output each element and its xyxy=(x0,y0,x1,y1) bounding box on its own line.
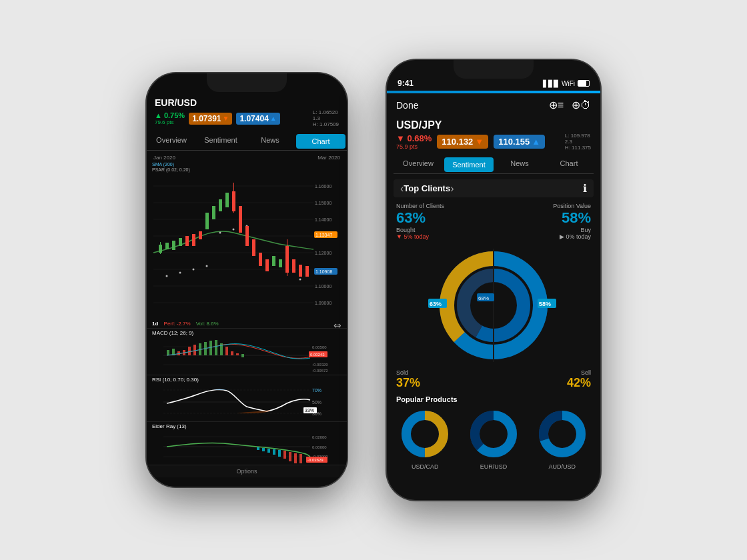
p1-macd-svg: 0.00500 0.00000 -0.00329 -0.00572 0.0024… xyxy=(152,337,341,373)
p2-add-list-icon[interactable]: ⊕≡ xyxy=(549,99,564,111)
p1-change: ▲ 0.75% xyxy=(155,111,185,119)
p1-buy-arrow: ▲ xyxy=(270,115,277,122)
p1-pair-title: EUR/USD xyxy=(155,97,339,108)
svg-rect-27 xyxy=(205,213,209,229)
svg-rect-42 xyxy=(292,259,295,273)
svg-rect-72 xyxy=(231,351,233,355)
p1-elder-area: Elder Ray (13) xyxy=(147,421,347,465)
svg-rect-95 xyxy=(273,449,275,455)
svg-point-10 xyxy=(193,269,195,271)
svg-text:0.00243: 0.00243 xyxy=(310,353,325,357)
svg-point-13 xyxy=(233,229,235,231)
p1-resize-icon[interactable]: ⇔ xyxy=(333,321,341,330)
p1-rsi-svg: 70% 50% 30% 33% xyxy=(152,383,341,420)
p2-tab-overview[interactable]: Overview xyxy=(394,156,443,173)
svg-text:0.02000: 0.02000 xyxy=(312,435,327,439)
p1-macd-chart: 0.00500 0.00000 -0.00329 -0.00572 0.0024… xyxy=(152,337,341,373)
svg-rect-36 xyxy=(259,253,262,266)
p1-date-jan: Jan 2020 xyxy=(153,155,175,161)
p2-product-eurusd[interactable]: EUR/USD xyxy=(462,407,526,470)
svg-rect-60 xyxy=(167,350,169,355)
p2-buy-label: Buy xyxy=(580,227,591,233)
p1-options-bar[interactable]: Options xyxy=(147,465,347,477)
p2-wifi-icon: WiFi xyxy=(562,80,575,87)
svg-point-18 xyxy=(299,279,301,281)
p1-tab-news[interactable]: News xyxy=(245,133,295,150)
p2-tab-news[interactable]: News xyxy=(495,156,544,173)
p1-sma-label: SMA (200) xyxy=(152,162,341,167)
p1-psar-label: PSAR (0.02; 0.20) xyxy=(152,167,341,172)
svg-rect-21 xyxy=(165,243,169,249)
p2-high: H: 111.375 xyxy=(565,145,591,151)
svg-text:1.10000: 1.10000 xyxy=(315,284,331,289)
svg-text:50%: 50% xyxy=(312,400,321,405)
svg-text:-0.03629: -0.03629 xyxy=(307,458,323,462)
svg-rect-29 xyxy=(219,199,222,211)
svg-text:68%: 68% xyxy=(478,295,489,301)
p2-info-icon[interactable]: ℹ xyxy=(583,182,587,195)
p1-price-row: ▲ 0.75% 79.6 pts 1.07391 ▼ 1.07404 ▲ L xyxy=(155,109,339,127)
p1-pts: 79.6 pts xyxy=(155,119,185,125)
svg-point-9 xyxy=(179,272,181,274)
svg-text:1.16000: 1.16000 xyxy=(315,184,331,189)
p1-sell-arrow: ▼ xyxy=(223,115,229,122)
svg-rect-71 xyxy=(225,347,228,355)
p2-sentiment-stats: Number of Clients 63% Bought ▼ 5% today … xyxy=(387,200,600,243)
p1-options-label: Options xyxy=(236,468,257,475)
p1-tab-sentiment[interactable]: Sentiment xyxy=(196,133,245,150)
p1-buy-box: 1.07404 ▲ xyxy=(236,113,279,125)
p2-done-button[interactable]: Done xyxy=(396,100,418,111)
phone-2-notch xyxy=(454,60,534,79)
p2-buy-arrow: ▲ xyxy=(532,137,540,147)
p2-sell-pct: 42% xyxy=(567,376,591,390)
p2-bought-label: Bought xyxy=(396,227,444,233)
p2-tab-sentiment[interactable]: Sentiment xyxy=(444,157,494,172)
p1-sell-price: 1.07391 xyxy=(192,114,221,123)
p2-topbar-icons: ⊕≡ ⊕⏱ xyxy=(549,99,591,111)
svg-rect-65 xyxy=(193,345,196,355)
svg-rect-98 xyxy=(289,452,291,461)
p2-popular-products: USD/CAD EUR/USD xyxy=(387,407,600,470)
svg-rect-94 xyxy=(267,449,270,453)
svg-rect-35 xyxy=(252,239,255,256)
p2-tabs: Overview Sentiment News Chart xyxy=(394,156,594,174)
p2-sell-label: Sell xyxy=(581,369,591,376)
p2-change-row: ▼ 0.68% 75.9 pts 110.132 ▼ 110.155 ▲ L xyxy=(396,133,591,151)
p2-pair-title: USD/JPY xyxy=(396,119,591,131)
p2-product-usdc[interactable]: USD/CAD xyxy=(394,407,457,470)
p2-top-clients-title: Top Clients xyxy=(404,183,450,193)
p2-sell-box: 110.132 ▼ xyxy=(437,135,488,149)
svg-text:1.10908: 1.10908 xyxy=(315,269,332,274)
p2-bought-change: ▼ 5% today xyxy=(396,233,444,240)
p1-sell-box: 1.07391 ▼ xyxy=(189,113,232,125)
svg-rect-97 xyxy=(283,451,286,459)
p2-battery-icon xyxy=(578,80,590,87)
p2-audusd-donut xyxy=(536,407,589,461)
p2-tab-chart[interactable]: Chart xyxy=(544,156,594,173)
p2-spread: 2.3 xyxy=(565,139,591,145)
p2-product-audusd[interactable]: AUD/USD xyxy=(530,407,594,470)
svg-rect-44 xyxy=(305,266,309,277)
phone-1-notch xyxy=(207,73,287,92)
p2-sold-pct: 37% xyxy=(396,376,420,390)
p2-usdc-donut xyxy=(398,407,452,461)
svg-rect-25 xyxy=(192,234,195,246)
p2-next-arrow[interactable]: › xyxy=(450,183,454,195)
svg-rect-99 xyxy=(294,453,297,463)
p2-clock-icon[interactable]: ⊕⏱ xyxy=(572,99,591,111)
p1-elder-label: Elder Ray (13) xyxy=(152,423,341,429)
p2-num-clients-label: Number of Clients xyxy=(396,203,444,209)
phone-2: 9:41 ▋▊▉ WiFi Done ⊕≡ ⊕⏱ xyxy=(387,60,600,500)
svg-rect-28 xyxy=(212,206,215,219)
p2-time: 9:41 xyxy=(398,79,414,88)
p2-donut-svg: 63% 68% 58% xyxy=(420,245,567,365)
phone-1-screen: EUR/USD ▲ 0.75% 79.6 pts 1.07391 ▼ 1.074… xyxy=(147,73,347,487)
p1-tab-chart[interactable]: Chart xyxy=(296,134,345,149)
p1-tab-overview[interactable]: Overview xyxy=(147,133,196,150)
p2-stat-right: Position Value 58% Buy ▶ 0% today xyxy=(553,203,591,240)
svg-rect-34 xyxy=(245,226,249,246)
phone-2-screen: 9:41 ▋▊▉ WiFi Done ⊕≡ ⊕⏱ xyxy=(387,60,600,500)
svg-text:58%: 58% xyxy=(539,301,551,307)
p2-buy-change: ▶ 0% today xyxy=(560,233,591,240)
svg-rect-96 xyxy=(278,450,281,457)
